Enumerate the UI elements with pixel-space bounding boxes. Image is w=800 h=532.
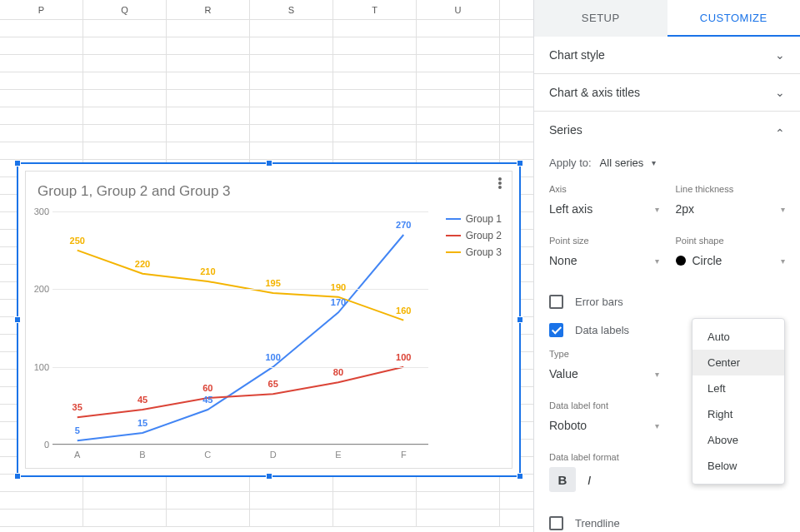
line-thickness-select[interactable]: 2px▾ [676, 199, 786, 219]
axis-select[interactable]: Left axis▾ [549, 199, 659, 219]
chevron-up-icon: ⌃ [775, 127, 785, 140]
bold-button[interactable]: B [549, 467, 576, 492]
chart-menu-icon[interactable]: ••• [493, 177, 507, 193]
section-label: Chart style [549, 48, 605, 62]
apply-to-selector[interactable]: Apply to: All series ▾ [549, 157, 785, 169]
dropdown-icon: ▾ [655, 256, 659, 266]
error-bars-label: Error bars [575, 296, 623, 308]
position-option-right[interactable]: Right [692, 401, 784, 427]
resize-handle[interactable] [266, 160, 272, 167]
column-headers: P Q R S T U [0, 0, 533, 20]
col-header[interactable]: R [167, 0, 250, 19]
dropdown-icon: ▾ [781, 205, 785, 214]
resize-handle[interactable] [14, 316, 21, 323]
legend-label: Group 3 [466, 246, 502, 258]
type-select[interactable]: Value▾ [549, 364, 659, 384]
section-series[interactable]: Series ⌃ [534, 112, 800, 148]
position-option-above[interactable]: Above [692, 427, 784, 453]
resize-handle[interactable] [266, 473, 272, 480]
chevron-down-icon: ⌄ [775, 86, 785, 99]
chevron-down-icon: ⌄ [775, 48, 785, 62]
legend-swatch [446, 235, 461, 236]
resize-handle[interactable] [517, 473, 523, 480]
resize-handle[interactable] [14, 473, 21, 480]
position-popup: Auto Center Left Right Above Below [692, 318, 785, 485]
data-labels-label: Data labels [575, 324, 629, 336]
legend: Group 1 Group 2 Group 3 [446, 213, 502, 263]
section-chart-style[interactable]: Chart style ⌄ [534, 37, 800, 73]
position-option-below[interactable]: Below [692, 453, 784, 479]
chart-title: Group 1, Group 2 and Group 3 [38, 183, 231, 200]
trendline-label: Trendline [575, 517, 620, 530]
data-labels-checkbox[interactable] [549, 323, 563, 337]
position-option-auto[interactable]: Auto [692, 324, 784, 350]
trendline-checkbox[interactable] [549, 516, 563, 530]
italic-button[interactable]: I [576, 467, 602, 492]
legend-label: Group 2 [466, 230, 502, 241]
chart-editor-panel: SETUP CUSTOMIZE Chart style ⌄ Chart & ax… [533, 0, 800, 532]
panel-tabs: SETUP CUSTOMIZE [534, 0, 800, 37]
tab-setup[interactable]: SETUP [534, 0, 668, 37]
dropdown-icon: ▾ [652, 158, 656, 167]
tab-customize[interactable]: CUSTOMIZE [668, 0, 801, 37]
dropdown-icon: ▾ [655, 421, 659, 430]
data-label-font-label: Data label font [549, 400, 659, 410]
dropdown-icon: ▾ [781, 256, 785, 266]
section-label: Series [549, 123, 582, 137]
plot-area: 0100200300ABCDEF515451001702703545606580… [52, 211, 428, 445]
col-header[interactable]: T [333, 0, 417, 19]
apply-to-label: Apply to: [549, 157, 592, 169]
point-shape-select[interactable]: Circle▾ [676, 251, 786, 271]
legend-swatch [446, 218, 461, 220]
section-label: Chart & axis titles [549, 86, 640, 99]
point-shape-label: Point shape [676, 236, 786, 246]
legend-swatch [446, 251, 461, 253]
circle-icon [676, 256, 686, 266]
position-option-center[interactable]: Center [692, 350, 784, 375]
resize-handle[interactable] [517, 160, 523, 167]
section-chart-axis-titles[interactable]: Chart & axis titles ⌄ [534, 74, 800, 111]
point-size-select[interactable]: None▾ [549, 251, 659, 271]
position-option-left[interactable]: Left [692, 375, 784, 401]
type-label: Type [549, 349, 659, 359]
error-bars-checkbox[interactable] [549, 295, 563, 309]
line-thickness-label: Line thickness [676, 184, 786, 194]
col-header[interactable]: Q [83, 0, 167, 19]
col-header[interactable]: U [417, 0, 500, 19]
legend-label: Group 1 [466, 213, 502, 225]
data-label-font-select[interactable]: Roboto▾ [549, 415, 659, 435]
chart-object[interactable]: ••• Group 1, Group 2 and Group 3 Group 1… [17, 162, 521, 477]
dropdown-icon: ▾ [655, 205, 659, 214]
resize-handle[interactable] [14, 160, 21, 167]
apply-to-value: All series [600, 157, 644, 169]
col-header[interactable]: S [250, 0, 333, 19]
col-header[interactable]: P [0, 0, 83, 19]
axis-label: Axis [549, 184, 659, 194]
dropdown-icon: ▾ [655, 370, 659, 379]
resize-handle[interactable] [517, 316, 523, 323]
point-size-label: Point size [549, 236, 659, 246]
